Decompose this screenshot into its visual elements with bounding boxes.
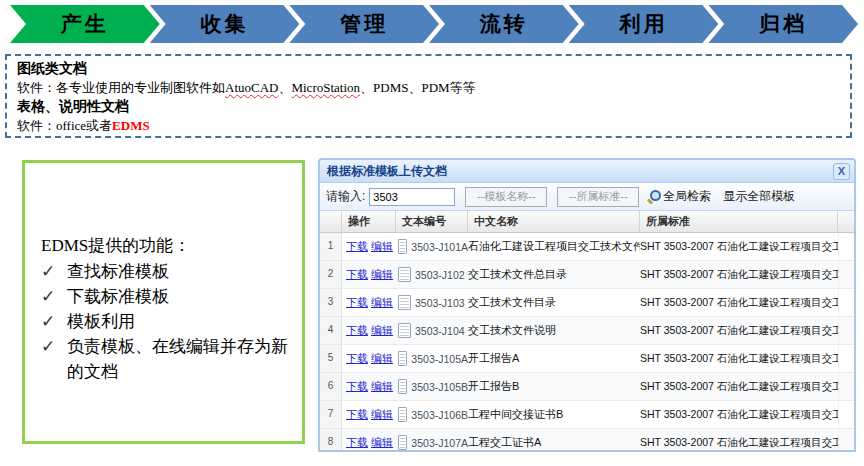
doc-code: 3503-J104 xyxy=(415,325,465,337)
document-icon xyxy=(398,435,407,450)
edit-link[interactable]: 编辑 xyxy=(371,296,393,308)
download-link[interactable]: 下载 xyxy=(346,436,368,448)
doc-code: 3503-J105A xyxy=(411,353,468,365)
process-step: 流转 xyxy=(429,5,579,43)
table-row[interactable]: 1 下载编辑 3503-J101A 石油化工建设工程项目交工技术文件封面A SH… xyxy=(320,233,854,261)
header-operation[interactable]: 操作 xyxy=(342,211,396,232)
table-row[interactable]: 4 下载编辑 3503-J104 交工技术文件说明 SHT 3503-2007 … xyxy=(320,317,854,345)
document-icon xyxy=(398,267,411,282)
term-edms: EDMS xyxy=(112,118,150,133)
term-autocad: AtuoCAD xyxy=(225,80,278,95)
row-number: 2 xyxy=(320,261,342,288)
download-link[interactable]: 下载 xyxy=(346,408,368,420)
doc-name: 交工技术文件总目录 xyxy=(468,267,640,282)
doc-standard: SHT 3503-2007 石油化工建设工程项目交工... xyxy=(640,436,838,450)
table-row[interactable]: 7 下载编辑 3503-J106B 工程中间交接证书B SHT 3503-200… xyxy=(320,401,854,429)
doc-code: 3503-J105B xyxy=(411,381,468,393)
doc-name: 开工报告B xyxy=(468,379,640,394)
doc-code: 3503-J103 xyxy=(415,297,465,309)
doc-code: 3503-J101A xyxy=(411,241,468,253)
list-item: ✓ 查找标准模板 xyxy=(41,259,292,284)
download-link[interactable]: 下载 xyxy=(346,380,368,392)
table-docs-software-line: 软件：office或者EDMS xyxy=(17,116,840,135)
process-step: 归档 xyxy=(708,5,858,43)
edit-link[interactable]: 编辑 xyxy=(371,352,393,364)
document-icon xyxy=(398,295,411,310)
process-step: 利用 xyxy=(569,5,719,43)
edit-link[interactable]: 编辑 xyxy=(371,436,393,448)
search-icon[interactable] xyxy=(647,190,661,204)
document-icon xyxy=(398,239,407,254)
close-icon[interactable]: X xyxy=(833,163,850,180)
table-row[interactable]: 5 下载编辑 3503-J105A 开工报告A SHT 3503-2007 石油… xyxy=(320,345,854,373)
row-number: 3 xyxy=(320,289,342,316)
doc-name: 交工技术文件目录 xyxy=(468,295,640,310)
row-number: 1 xyxy=(320,233,342,260)
doc-code: 3503-J102 xyxy=(415,269,465,281)
check-icon: ✓ xyxy=(41,259,67,284)
drawing-docs-title: 图纸类文档 xyxy=(17,59,840,78)
download-link[interactable]: 下载 xyxy=(346,324,368,336)
doc-standard: SHT 3503-2007 石油化工建设工程项目交工... xyxy=(640,240,838,254)
window-title: 根据标准模板上传文档 xyxy=(327,163,447,180)
row-number: 8 xyxy=(320,429,342,452)
table-row[interactable]: 2 下载编辑 3503-J102 交工技术文件总目录 SHT 3503-2007… xyxy=(320,261,854,289)
download-link[interactable]: 下载 xyxy=(346,240,368,252)
list-item: ✓ 模板利用 xyxy=(41,309,292,334)
document-icon xyxy=(398,351,407,366)
process-bar: 产生 收集 管理 流转 利用 归档 xyxy=(10,5,858,43)
template-name-filter[interactable] xyxy=(465,187,547,207)
doc-standard: SHT 3503-2007 石油化工建设工程项目交工... xyxy=(640,352,838,366)
document-icon xyxy=(398,323,411,338)
header-doc-code[interactable]: 文本编号 xyxy=(396,211,468,232)
check-icon: ✓ xyxy=(41,334,67,384)
document-icon xyxy=(398,407,407,422)
download-link[interactable]: 下载 xyxy=(346,296,368,308)
process-step: 收集 xyxy=(150,5,300,43)
edms-features-box: EDMS提供的功能： ✓ 查找标准模板 ✓ 下载标准模板 ✓ 模板利用 ✓ 负责… xyxy=(22,160,305,444)
slide: 产生 收集 管理 流转 利用 归档 图纸类文档 软件：各专业使用的专业制图软件如… xyxy=(0,0,864,466)
check-icon: ✓ xyxy=(41,284,67,309)
download-link[interactable]: 下载 xyxy=(346,352,368,364)
document-icon xyxy=(398,379,407,394)
edit-link[interactable]: 编辑 xyxy=(371,268,393,280)
edit-link[interactable]: 编辑 xyxy=(371,380,393,392)
process-step: 产生 xyxy=(10,5,160,43)
global-search-button[interactable]: 全局检索 xyxy=(663,188,711,205)
list-item: ✓ 负责模板、在线编辑并存为新的文档 xyxy=(41,334,292,384)
edit-link[interactable]: 编辑 xyxy=(371,408,393,420)
header-standard[interactable]: 所属标准 xyxy=(640,211,838,232)
process-step: 管理 xyxy=(289,5,439,43)
grid-header: 操作 文本编号 中文名称 所属标准 xyxy=(320,211,854,233)
table-row[interactable]: 6 下载编辑 3503-J105B 开工报告B SHT 3503-2007 石油… xyxy=(320,373,854,401)
search-toolbar: 请输入: 全局检索 显示全部模板 xyxy=(320,183,854,211)
search-input-label: 请输入: xyxy=(326,188,365,205)
table-row[interactable]: 8 下载编辑 3503-J107A 工程交工证书A SHT 3503-2007 … xyxy=(320,429,854,452)
doc-name: 交工技术文件说明 xyxy=(468,323,640,338)
row-number: 6 xyxy=(320,373,342,400)
standard-filter[interactable] xyxy=(557,187,639,207)
row-number: 7 xyxy=(320,401,342,428)
doc-name: 石油化工建设工程项目交工技术文件封面A xyxy=(468,239,640,254)
search-input[interactable] xyxy=(369,188,455,206)
row-number: 4 xyxy=(320,317,342,344)
list-item: ✓ 下载标准模板 xyxy=(41,284,292,309)
doc-standard: SHT 3503-2007 石油化工建设工程项目交工... xyxy=(640,268,838,282)
header-filler xyxy=(838,211,854,232)
download-link[interactable]: 下载 xyxy=(346,268,368,280)
window-title-bar[interactable]: 根据标准模板上传文档 X xyxy=(320,160,854,183)
table-docs-title: 表格、说明性文档 xyxy=(17,97,840,116)
doc-code: 3503-J107A xyxy=(411,437,468,449)
edit-link[interactable]: 编辑 xyxy=(371,240,393,252)
show-all-templates-button[interactable]: 显示全部模板 xyxy=(723,188,795,205)
table-row[interactable]: 3 下载编辑 3503-J103 交工技术文件目录 SHT 3503-2007 … xyxy=(320,289,854,317)
edms-features-title: EDMS提供的功能： xyxy=(41,233,292,258)
drawing-docs-software-line: 软件：各专业使用的专业制图软件如AtuoCAD、MicroStation、PDM… xyxy=(17,78,840,97)
doc-name: 工程交工证书A xyxy=(468,435,640,450)
check-icon: ✓ xyxy=(41,309,67,334)
row-number: 5 xyxy=(320,345,342,372)
doc-standard: SHT 3503-2007 石油化工建设工程项目交工... xyxy=(640,380,838,394)
header-doc-name[interactable]: 中文名称 xyxy=(468,211,640,232)
edit-link[interactable]: 编辑 xyxy=(371,324,393,336)
grid-body: 1 下载编辑 3503-J101A 石油化工建设工程项目交工技术文件封面A SH… xyxy=(320,233,854,452)
